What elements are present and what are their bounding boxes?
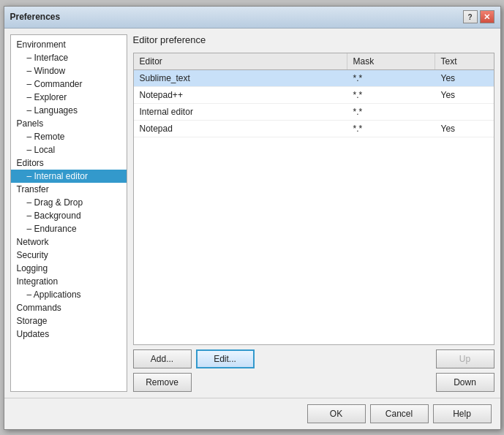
sidebar-item-interface[interactable]: – Interface [11, 51, 127, 64]
close-title-btn[interactable]: ✕ [480, 10, 494, 23]
add-button[interactable]: Add... [133, 349, 192, 368]
sidebar-item-applications[interactable]: – Applications [11, 288, 127, 301]
table-body: Sublime_text*.*YesNotepad++*.*YesInterna… [134, 70, 494, 344]
sidebar-item-local[interactable]: – Local [11, 143, 127, 156]
sidebar-item-languages[interactable]: – Languages [11, 104, 127, 117]
sidebar: Environment– Interface– Window– Commande… [10, 34, 127, 392]
sidebar-item-background[interactable]: – Background [11, 209, 127, 222]
cell-editor-1: Notepad++ [134, 87, 347, 103]
main-panel: Editor preference Editor Mask Text Subli… [133, 34, 494, 392]
sidebar-item-drag-drop[interactable]: – Drag & Drop [11, 196, 127, 209]
sidebar-item-commander[interactable]: – Commander [11, 77, 127, 91]
action-area: Add... Edit... Up [133, 349, 494, 368]
editor-table: Editor Mask Text Sublime_text*.*YesNotep… [133, 53, 494, 345]
help-button[interactable]: Help [433, 404, 492, 423]
col-text: Text [435, 53, 494, 69]
col-mask: Mask [347, 53, 435, 69]
preferences-window: Preferences ? ✕ Environment– Interface– … [4, 6, 501, 430]
cell-text-0: Yes [435, 70, 494, 86]
cell-mask-0: *.* [347, 70, 435, 86]
cell-text-1: Yes [435, 87, 494, 103]
sidebar-item-integration[interactable]: Integration [11, 275, 127, 288]
edit-button[interactable]: Edit... [196, 349, 255, 368]
window-title: Preferences [10, 12, 61, 22]
down-button[interactable]: Down [436, 373, 494, 392]
sidebar-item-commands[interactable]: Commands [11, 301, 127, 314]
sidebar-item-explorer[interactable]: – Explorer [11, 91, 127, 104]
sidebar-item-storage[interactable]: Storage [11, 314, 127, 328]
table-row[interactable]: Internal editor*.* [134, 104, 494, 121]
action-area-left: Add... Edit... [133, 349, 255, 368]
action-area-2: Remove Down [133, 373, 494, 392]
footer: OK Cancel Help [4, 398, 500, 429]
cell-mask-2: *.* [347, 104, 435, 120]
table-row[interactable]: Notepad++*.*Yes [134, 87, 494, 104]
title-bar-controls: ? ✕ [463, 10, 494, 23]
action-area-right: Up [436, 349, 494, 368]
sidebar-item-editors[interactable]: Editors [11, 156, 127, 170]
sidebar-item-updates[interactable]: Updates [11, 328, 127, 341]
cell-editor-0: Sublime_text [134, 70, 347, 86]
col-editor: Editor [134, 53, 347, 69]
up-button[interactable]: Up [436, 349, 494, 368]
table-row[interactable]: Notepad*.*Yes [134, 121, 494, 137]
sidebar-item-security[interactable]: Security [11, 249, 127, 262]
title-bar: Preferences ? ✕ [4, 7, 500, 29]
section-title: Editor preference [133, 34, 494, 45]
help-title-btn[interactable]: ? [463, 10, 478, 23]
window-content: Environment– Interface– Window– Commande… [4, 29, 500, 398]
sidebar-item-endurance[interactable]: – Endurance [11, 222, 127, 235]
cell-editor-2: Internal editor [134, 104, 347, 120]
ok-button[interactable]: OK [307, 404, 366, 423]
sidebar-item-internal-editor[interactable]: – Internal editor [11, 170, 127, 183]
sidebar-item-transfer[interactable]: Transfer [11, 183, 127, 196]
cell-mask-1: *.* [347, 87, 435, 103]
table-header: Editor Mask Text [134, 53, 494, 70]
table-row[interactable]: Sublime_text*.*Yes [134, 70, 494, 87]
cell-text-2 [435, 104, 494, 120]
cell-editor-3: Notepad [134, 121, 347, 137]
cancel-button[interactable]: Cancel [370, 404, 429, 423]
sidebar-item-remote[interactable]: – Remote [11, 130, 127, 143]
sidebar-item-panels[interactable]: Panels [11, 117, 127, 130]
cell-mask-3: *.* [347, 121, 435, 137]
remove-button[interactable]: Remove [133, 373, 192, 392]
sidebar-item-network[interactable]: Network [11, 235, 127, 249]
sidebar-item-logging[interactable]: Logging [11, 262, 127, 275]
cell-text-3: Yes [435, 121, 494, 137]
sidebar-item-window[interactable]: – Window [11, 64, 127, 77]
sidebar-item-environment[interactable]: Environment [11, 38, 127, 51]
